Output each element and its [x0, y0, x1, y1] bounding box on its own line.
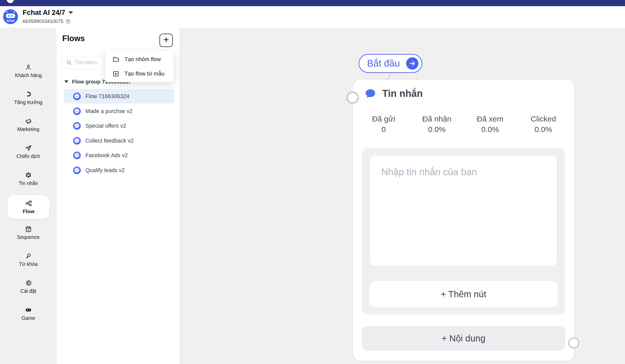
calendar-check-icon — [0, 225, 57, 233]
rosette-icon — [0, 171, 57, 179]
sidebar-item-label: Chiến dịch — [0, 153, 57, 159]
chevron-down-icon — [68, 11, 73, 14]
sidebar-item-tang-truong[interactable]: Tăng trưởng — [0, 90, 57, 105]
square-plus-icon — [112, 70, 119, 77]
sidebar-item-label: Tăng trưởng — [0, 99, 57, 105]
logo-text: fchat — [3, 19, 18, 23]
start-node-label: Bắt đầu — [367, 58, 400, 69]
flow-list-item-label: Special offers v2 — [85, 123, 126, 129]
flow-list-item[interactable]: Collect feedback v2 — [64, 134, 174, 148]
add-flow-button[interactable]: + — [159, 34, 173, 47]
caret-down-icon — [64, 80, 68, 83]
flow-list-item-label: Made a purchse v2 — [85, 108, 132, 115]
input-connector-handle[interactable] — [346, 91, 359, 104]
sidebar-item-tin-nhan[interactable]: Tin nhắn — [0, 171, 57, 186]
messenger-icon — [73, 166, 81, 174]
flow-list-item-label: Facebook Ads v2 — [85, 152, 128, 159]
copy-icon[interactable] — [66, 19, 71, 24]
key-icon — [0, 252, 57, 260]
message-node-header: Tin nhắn — [353, 80, 574, 108]
sidebar-item-chien-dich[interactable]: Chiến dịch — [0, 144, 57, 159]
message-node-card[interactable]: Tin nhắn Đã gửi 0 Đã nhận 0.0% Đã xem 0.… — [353, 79, 574, 361]
flow-list-item-label: Qualify leads v2 — [85, 167, 125, 174]
top-navigation-bar — [0, 0, 625, 6]
logo-goggles-icon — [6, 14, 15, 18]
stat-seen: Đã xem 0.0% — [463, 115, 517, 138]
sidebar-item-label: Tin nhắn — [0, 180, 57, 186]
logo-eye-icon — [8, 15, 10, 17]
stat-clicked: Clicked 0.0% — [517, 115, 570, 138]
send-icon — [0, 144, 57, 152]
flow-list-item[interactable]: Special offers v2 — [64, 119, 174, 133]
add-button-button[interactable]: + Thêm nút — [370, 281, 557, 307]
menu-item-create-flow-from-template[interactable]: Tạo flow từ mẫu — [105, 67, 174, 81]
sidebar-item-label: Cài đặt — [0, 288, 57, 294]
sidebar-item-cai-dat[interactable]: Cài đặt — [0, 279, 57, 294]
sidebar-item-label: Sequence — [0, 234, 57, 240]
arrow-right-icon — [406, 57, 418, 70]
sidebar-item-khach-hang[interactable]: Khách hàng — [0, 63, 57, 78]
gear-icon — [0, 279, 57, 287]
stat-received: Đã nhận 0.0% — [410, 115, 463, 138]
messenger-icon — [73, 152, 81, 159]
sidebar-item-label: Từ khóa — [0, 261, 57, 267]
start-node[interactable]: Bắt đầu — [359, 54, 422, 73]
flows-panel-title: Flows — [62, 34, 85, 43]
sidebar-item-label: Flow — [8, 209, 49, 214]
sidebar-item-marketing[interactable]: Marketing — [0, 117, 57, 132]
sidebar-item-label: Khách hàng — [0, 72, 57, 78]
output-connector-handle[interactable] — [568, 337, 579, 349]
fchat-flow-builder-screen: fchat Fchat AI 24/7 664599033410075 — [0, 0, 625, 364]
message-node-title: Tin nhắn — [382, 88, 423, 99]
sidebar-item-flow[interactable]: Flow — [8, 195, 49, 219]
gamepad-icon — [0, 306, 57, 314]
message-node-stats: Đã gửi 0 Đã nhận 0.0% Đã xem 0.0% Clicke… — [353, 115, 574, 138]
sidebar-item-label: Marketing — [0, 126, 57, 132]
sidebar: Khách hàng Tăng trưởng Marketing — [0, 28, 57, 364]
page-switcher[interactable]: Fchat AI 24/7 664599033410075 — [23, 9, 73, 24]
flow-icon — [8, 199, 49, 207]
logo-antenna-icon — [6, 11, 7, 13]
stat-sent: Đã gửi 0 — [357, 115, 410, 138]
flow-list-item[interactable]: Made a purchse v2 — [64, 104, 174, 118]
flow-list-item-label: Collect feedback v2 — [85, 138, 134, 144]
logo-antenna-icon — [14, 11, 15, 13]
folder-icon — [112, 56, 119, 63]
page-title: Fchat AI 24/7 — [23, 9, 65, 17]
flow-canvas[interactable]: Bắt đầu Tin nhắn Đã gửi 0 Đã n — [180, 28, 625, 364]
sidebar-item-label: Game — [0, 315, 57, 321]
messenger-icon — [73, 107, 81, 115]
fchat-logo: fchat — [3, 9, 18, 24]
chat-bubble-icon — [364, 88, 377, 100]
messenger-icon — [73, 92, 81, 100]
search-icon — [66, 60, 72, 66]
menu-item-label: Tạo nhóm flow — [124, 56, 161, 63]
magnet-icon — [0, 90, 57, 98]
page-id: 664599033410075 — [23, 18, 64, 24]
flow-list-item[interactable]: Flow 7166306324 — [64, 89, 174, 104]
add-flow-dropdown-menu: Tạo nhóm flow Tạo flow từ mẫu — [105, 50, 174, 82]
message-block: Nhập tin nhắn của bạn + Thêm nút — [362, 148, 565, 314]
flow-list-item-label: Flow 7166306324 — [85, 93, 129, 100]
menu-item-create-flow-group[interactable]: Tạo nhóm flow — [105, 52, 174, 67]
message-input-placeholder: Nhập tin nhắn của bạn — [381, 167, 477, 177]
app-header: fchat Fchat AI 24/7 664599033410075 — [0, 6, 625, 28]
flow-list-item[interactable]: Facebook Ads v2 — [64, 148, 174, 163]
messenger-icon — [73, 122, 81, 130]
messenger-icon — [73, 137, 81, 145]
sidebar-item-game[interactable]: Game — [0, 306, 57, 321]
message-text-input[interactable]: Nhập tin nhắn của bạn — [370, 155, 557, 266]
menu-item-label: Tạo flow từ mẫu — [124, 71, 164, 77]
user-icon — [0, 63, 57, 71]
sidebar-item-tu-khoa[interactable]: Từ khóa — [0, 252, 57, 267]
add-content-button[interactable]: + Nội dung — [362, 326, 565, 351]
megaphone-icon — [0, 117, 57, 125]
flow-list-item[interactable]: Qualify leads v2 — [64, 163, 174, 178]
sidebar-item-sequence[interactable]: Sequence — [0, 225, 57, 240]
logo-eye-icon — [11, 15, 13, 17]
notch-circle — [7, 0, 14, 3]
